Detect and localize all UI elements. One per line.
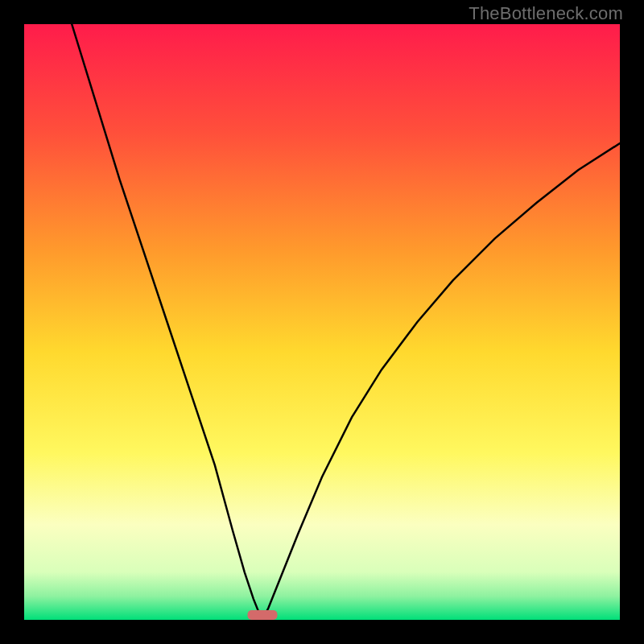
- chart-svg: [24, 24, 620, 620]
- gradient-background: [24, 24, 620, 620]
- minimum-marker: [248, 610, 278, 620]
- watermark-label: TheBottleneck.com: [469, 3, 623, 24]
- plot-area: [24, 24, 620, 620]
- chart-frame: TheBottleneck.com: [0, 0, 644, 644]
